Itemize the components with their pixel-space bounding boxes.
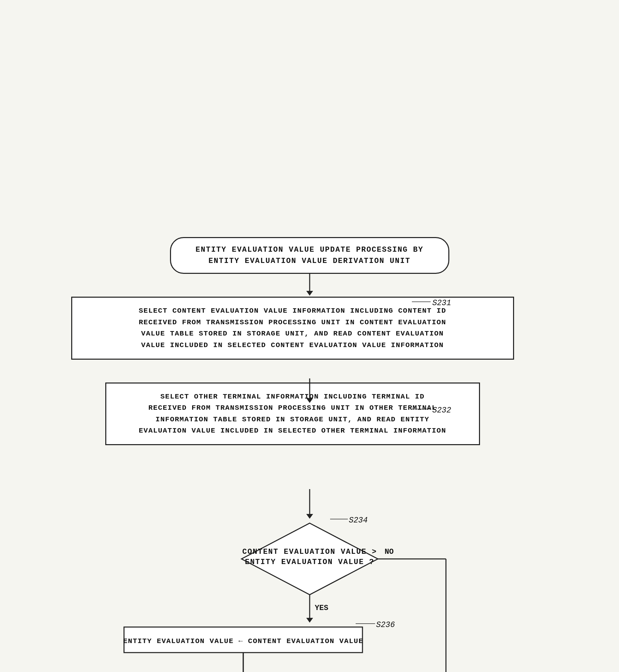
flowchart-wrapper: S231 S232 S234 CONTENT EVALUATION VALUE … xyxy=(71,227,548,445)
svg-text:ENTITY EVALUATION VALUE ← CONT: ENTITY EVALUATION VALUE ← CONTENT EVALUA… xyxy=(123,637,363,645)
s231-line3: VALUE TABLE STORED IN STORAGE UNIT, AND … xyxy=(141,330,444,338)
start-line1: ENTITY EVALUATION VALUE UPDATE PROCESSIN… xyxy=(196,246,423,254)
start-line2: ENTITY EVALUATION VALUE DERIVATION UNIT xyxy=(208,257,411,265)
svg-text:CONTENT EVALUATION VALUE >: CONTENT EVALUATION VALUE > xyxy=(242,548,377,556)
svg-text:S234: S234 xyxy=(349,516,368,525)
svg-marker-9 xyxy=(306,514,313,519)
svg-text:NO: NO xyxy=(385,548,393,556)
svg-text:YES: YES xyxy=(315,604,328,612)
s232-line1: SELECT OTHER TERMINAL INFORMATION INCLUD… xyxy=(160,393,425,401)
flowchart-start: ENTITY EVALUATION VALUE UPDATE PROCESSIN… xyxy=(71,227,548,274)
start-node: ENTITY EVALUATION VALUE UPDATE PROCESSIN… xyxy=(170,237,449,274)
svg-rect-25 xyxy=(124,627,362,653)
svg-marker-12 xyxy=(242,523,378,595)
s231-line2: RECEIVED FROM TRANSMISSION PROCESSING UN… xyxy=(139,318,446,326)
s231-line1: SELECT CONTENT EVALUATION VALUE INFORMAT… xyxy=(139,307,446,315)
s231-line4: VALUE INCLUDED IN SELECTED CONTENT EVALU… xyxy=(141,341,444,349)
s232-line3: INFORMATION TABLE STORED IN STORAGE UNIT… xyxy=(156,416,430,423)
s232-line2: RECEIVED FROM TRANSMISSION PROCESSING UN… xyxy=(148,404,436,412)
diagram-container: S231 S232 S234 CONTENT EVALUATION VALUE … xyxy=(0,0,619,672)
s232-row: SELECT OTHER TERMINAL INFORMATION INCLUD… xyxy=(71,382,514,445)
svg-text:S236: S236 xyxy=(376,621,395,629)
s231-row: SELECT CONTENT EVALUATION VALUE INFORMAT… xyxy=(71,297,514,359)
s232-process: SELECT OTHER TERMINAL INFORMATION INCLUD… xyxy=(105,382,480,445)
s231-process: SELECT CONTENT EVALUATION VALUE INFORMAT… xyxy=(71,297,514,359)
svg-text:ENTITY EVALUATION VALUE ?: ENTITY EVALUATION VALUE ? xyxy=(245,558,374,566)
spacer-2 xyxy=(71,360,548,382)
spacer-1 xyxy=(71,274,548,297)
svg-marker-16 xyxy=(306,618,313,623)
s232-line4: EVALUATION VALUE INCLUDED IN SELECTED OT… xyxy=(139,427,446,435)
